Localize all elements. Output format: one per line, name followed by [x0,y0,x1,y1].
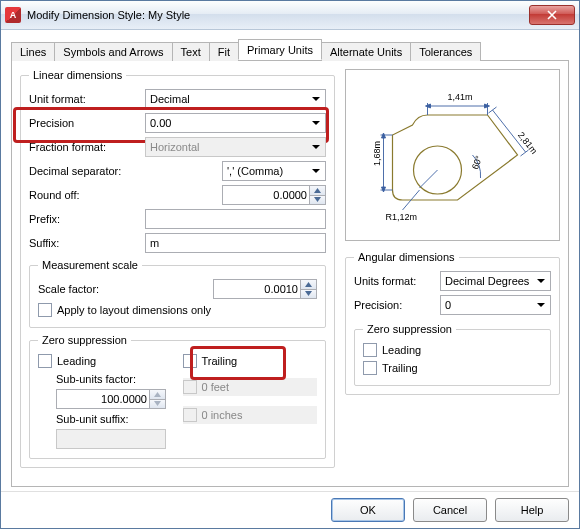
tab-fit[interactable]: Fit [209,42,239,61]
tab-text[interactable]: Text [172,42,210,61]
measurement-scale-group: Measurement scale Scale factor: 0.0010 [29,259,326,328]
unit-format-combo[interactable]: Decimal [145,89,326,109]
tab-panel: Linear dimensions Unit format: Decimal P… [11,60,569,487]
zsup-legend: Zero suppression [38,334,131,346]
preview-right: 2,81m [516,130,539,156]
unit-format-label: Unit format: [29,93,139,105]
left-column: Linear dimensions Unit format: Decimal P… [20,69,335,478]
preview-top: 1,41m [448,92,473,102]
angular-dimensions-group: Angular dimensions Units format: Decimal… [345,251,560,395]
tab-symbols-arrows[interactable]: Symbols and Arrows [54,42,172,61]
dialog-body: Lines Symbols and Arrows Text Fit Primar… [1,30,579,491]
cancel-button[interactable]: Cancel [413,498,487,522]
round-off-label: Round off: [29,189,139,201]
tab-tolerances[interactable]: Tolerances [410,42,481,61]
tab-alternate-units[interactable]: Alternate Units [321,42,411,61]
dialog-window: A Modify Dimension Style: My Style Lines… [0,0,580,529]
ang-units-label: Units format: [354,275,434,287]
right-column: 1,41m 1,68m 2,81m R1,12m 60° Angular dim… [345,69,560,478]
help-button[interactable]: Help [495,498,569,522]
leading-check[interactable]: Leading [38,352,173,370]
ok-button[interactable]: OK [331,498,405,522]
ang-units-combo[interactable]: Decimal Degrees [440,271,551,291]
close-icon [547,10,557,20]
fraction-format-combo: Horizontal [145,137,326,157]
ang-precision-combo[interactable]: 0 [440,295,551,315]
suffix-input[interactable]: m [145,233,326,253]
tab-lines[interactable]: Lines [11,42,55,61]
feet-check: 0 feet [183,378,318,396]
button-bar: OK Cancel Help [1,491,579,528]
ang-precision-label: Precision: [354,299,434,311]
decimal-sep-combo[interactable]: ',' (Comma) [222,161,326,181]
angular-legend: Angular dimensions [354,251,459,263]
suffix-label: Suffix: [29,237,139,249]
inches-check: 0 inches [183,406,318,424]
round-off-spin[interactable]: 0.0000 [222,185,326,205]
ang-trailing-check[interactable]: Trailing [363,359,542,377]
window-title: Modify Dimension Style: My Style [27,9,529,21]
precision-label: Precision [29,117,139,129]
prefix-label: Prefix: [29,213,139,225]
scale-factor-label: Scale factor: [38,283,148,295]
ang-zsup-group: Zero suppression Leading Trailing [354,323,551,386]
close-button[interactable] [529,5,575,25]
tab-primary-units[interactable]: Primary Units [238,39,322,60]
ang-zsup-legend: Zero suppression [363,323,456,335]
preview-radius: R1,12m [386,212,418,222]
ang-leading-check[interactable]: Leading [363,341,542,359]
trailing-check[interactable]: Trailing [183,352,318,370]
spin-buttons[interactable] [309,186,325,204]
linear-legend: Linear dimensions [29,69,126,81]
subsuffix-input [56,429,166,449]
apply-layout-check[interactable]: Apply to layout dimensions only [38,301,317,319]
subfactor-label: Sub-units factor: [38,373,146,385]
tab-strip: Lines Symbols and Arrows Text Fit Primar… [11,38,569,60]
zero-suppression-group: Zero suppression Leading Sub-units facto… [29,334,326,459]
scale-factor-spin[interactable]: 0.0010 [213,279,317,299]
subfactor-spin: 100.0000 [56,389,166,409]
mscale-legend: Measurement scale [38,259,142,271]
subsuffix-label: Sub-unit suffix: [38,413,146,425]
app-icon: A [5,7,21,23]
prefix-input[interactable] [145,209,326,229]
preview-left: 1,68m [372,141,382,166]
linear-dimensions-group: Linear dimensions Unit format: Decimal P… [20,69,335,468]
preview-angle: 60° [470,154,484,171]
dimension-preview: 1,41m 1,68m 2,81m R1,12m 60° [345,69,560,241]
fraction-format-label: Fraction format: [29,141,139,153]
decimal-sep-label: Decimal separator: [29,165,139,177]
precision-combo[interactable]: 0.00 [145,113,326,133]
titlebar: A Modify Dimension Style: My Style [1,1,579,30]
